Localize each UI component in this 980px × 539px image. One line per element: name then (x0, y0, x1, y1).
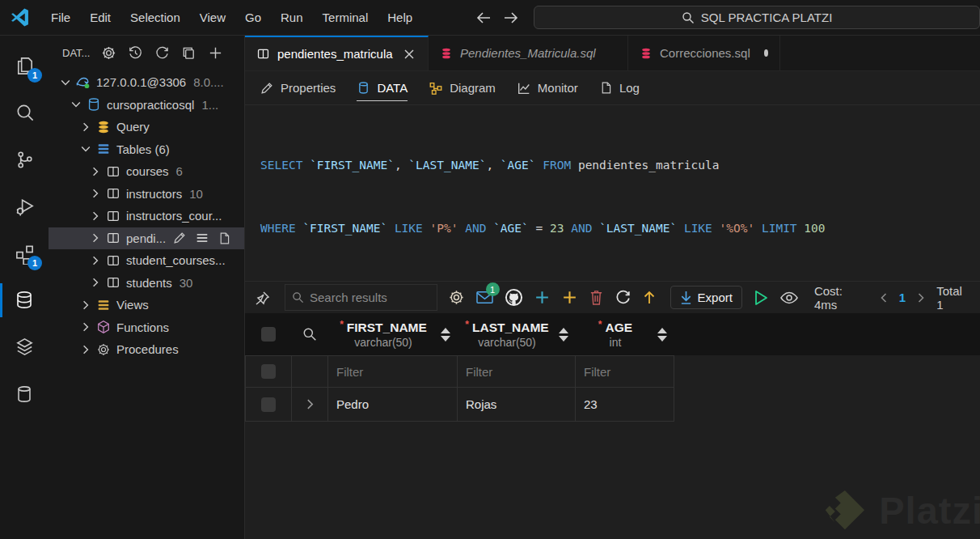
cell-age: 23 (576, 397, 598, 411)
chevron-right-icon (89, 276, 102, 289)
filter-input-last-name[interactable] (458, 365, 575, 379)
add-connection-icon[interactable] (208, 45, 223, 61)
sort-icons[interactable] (657, 328, 667, 342)
table-icon (105, 275, 120, 291)
github-icon[interactable] (505, 288, 523, 307)
source-control-icon (14, 149, 36, 171)
close-icon[interactable] (403, 49, 415, 60)
tree-item-tables[interactable]: Tables (6) (49, 138, 244, 161)
table-icon (105, 253, 120, 268)
column-header-last-name[interactable]: *LAST_NAME varchar(50) (457, 313, 575, 355)
insert-row-icon[interactable] (534, 289, 551, 306)
table-row[interactable]: Pedro Rojas 23 (245, 388, 674, 422)
sort-icons[interactable] (441, 328, 450, 342)
preview-eye-icon[interactable] (779, 291, 799, 305)
page-prev-icon[interactable] (879, 292, 889, 303)
view-tab-monitor[interactable]: Monitor (517, 71, 578, 104)
activity-bar: 1 1 (0, 36, 49, 539)
grid-header: *FIRST_NAME varchar(50) *LAST_NAME varch… (245, 313, 980, 355)
run-icon[interactable] (753, 289, 769, 307)
row-expand-icon[interactable] (292, 398, 327, 410)
tab-pendientes-matricula[interactable]: pendientes_matricula (245, 36, 429, 70)
export-button[interactable]: Export (670, 286, 742, 309)
menu-run[interactable]: Run (271, 11, 313, 24)
modified-dot-icon[interactable] (764, 49, 768, 57)
tree-item-functions[interactable]: Functions (49, 316, 244, 339)
tab-pendientes-matricula-sql[interactable]: Pendientes_Matricula.sql (429, 36, 628, 70)
sql-query-editor[interactable]: SELECT `FIRST_NAME`, `LAST_NAME`, `AGE` … (245, 105, 980, 281)
tree-item-table-students[interactable]: students 30 (49, 272, 244, 295)
layers-icon (14, 337, 36, 359)
menu-view[interactable]: View (190, 11, 235, 24)
back-arrow-icon[interactable] (475, 11, 492, 25)
results-search-input[interactable] (310, 291, 415, 304)
copy-icon[interactable] (181, 45, 196, 61)
menu-terminal[interactable]: Terminal (313, 11, 378, 24)
menu-icon[interactable] (195, 231, 209, 245)
search-icon (292, 291, 304, 303)
menu-file[interactable]: File (41, 11, 80, 24)
tree-item-connection[interactable]: 127.0.0.1@3306 8.0.... (49, 71, 244, 94)
functions-icon (95, 320, 111, 335)
insert-column-icon[interactable] (561, 289, 578, 306)
settings-icon[interactable] (448, 289, 465, 306)
tree-item-table-student-courses[interactable]: student_courses... (49, 249, 244, 272)
activity-run-debug[interactable] (0, 183, 49, 230)
delete-icon[interactable] (589, 289, 604, 306)
activity-explorer[interactable]: 1 (0, 42, 49, 89)
activity-extensions[interactable]: 1 (0, 230, 49, 277)
tree-item-query[interactable]: Query (49, 116, 244, 138)
view-tab-properties[interactable]: Properties (260, 71, 336, 104)
pin-icon[interactable] (255, 290, 271, 306)
view-tab-diagram[interactable]: Diagram (429, 71, 496, 104)
sidebar-title: DAT... (62, 47, 90, 59)
page-next-icon[interactable] (916, 292, 926, 303)
menu-go[interactable]: Go (235, 11, 271, 24)
menu-selection[interactable]: Selection (120, 11, 190, 24)
settings-icon[interactable] (101, 45, 116, 61)
tree-item-schema[interactable]: cursopracticosql 1... (49, 94, 244, 117)
menu-edit[interactable]: Edit (80, 11, 120, 24)
database-icon (13, 289, 36, 312)
tree-item-table-instructors-courses[interactable]: instructors_cour... (49, 205, 244, 227)
tree-item-procedures[interactable]: Procedures (49, 338, 244, 361)
tree-item-table-instructors[interactable]: instructors 10 (49, 183, 244, 206)
search-icon[interactable] (302, 327, 317, 342)
tree-item-table-pendientes[interactable]: pendi... (49, 227, 244, 250)
select-all-checkbox[interactable] (261, 327, 276, 342)
menu-help[interactable]: Help (378, 11, 422, 24)
view-tab-data[interactable]: DATA (357, 71, 408, 104)
chevron-down-icon (59, 76, 72, 89)
refresh-icon[interactable] (615, 289, 632, 306)
column-header-age[interactable]: *AGE int (575, 313, 674, 355)
history-icon[interactable] (128, 45, 143, 61)
activity-search[interactable] (0, 89, 49, 136)
file-icon[interactable] (218, 231, 231, 245)
forward-arrow-icon[interactable] (503, 11, 519, 25)
activity-source-control[interactable] (0, 136, 49, 183)
edit-icon[interactable] (172, 231, 187, 245)
results-search-box[interactable] (285, 284, 437, 311)
activity-container[interactable] (0, 371, 49, 418)
tree-item-views[interactable]: Views (49, 294, 244, 316)
sort-icons[interactable] (559, 328, 568, 342)
command-center-search[interactable]: SQL PRACTICA PLATZI (534, 6, 980, 29)
download-icon (680, 291, 692, 304)
tree-item-table-courses[interactable]: courses 6 (49, 160, 244, 183)
filter-input-age[interactable] (576, 365, 674, 379)
view-tab-log[interactable]: Log (599, 71, 640, 104)
upload-icon[interactable] (642, 290, 657, 306)
activity-layers[interactable] (0, 324, 49, 371)
tab-correcciones-sql[interactable]: Correcciones.sql (628, 36, 780, 70)
row-checkbox[interactable] (261, 397, 276, 412)
row-checkbox[interactable] (261, 364, 276, 379)
table-icon (105, 208, 120, 223)
column-header-first-name[interactable]: *FIRST_NAME varchar(50) (327, 313, 457, 355)
sql-file-icon (440, 47, 453, 60)
refresh-icon[interactable] (154, 45, 170, 61)
activity-database[interactable] (0, 277, 49, 324)
chart-icon (517, 81, 531, 95)
sql-line-2: WHERE `FIRST_NAME` LIKE 'P%' AND `AGE` =… (260, 218, 980, 239)
mail-icon[interactable]: 1 (475, 290, 494, 305)
filter-input-first-name[interactable] (328, 365, 457, 379)
